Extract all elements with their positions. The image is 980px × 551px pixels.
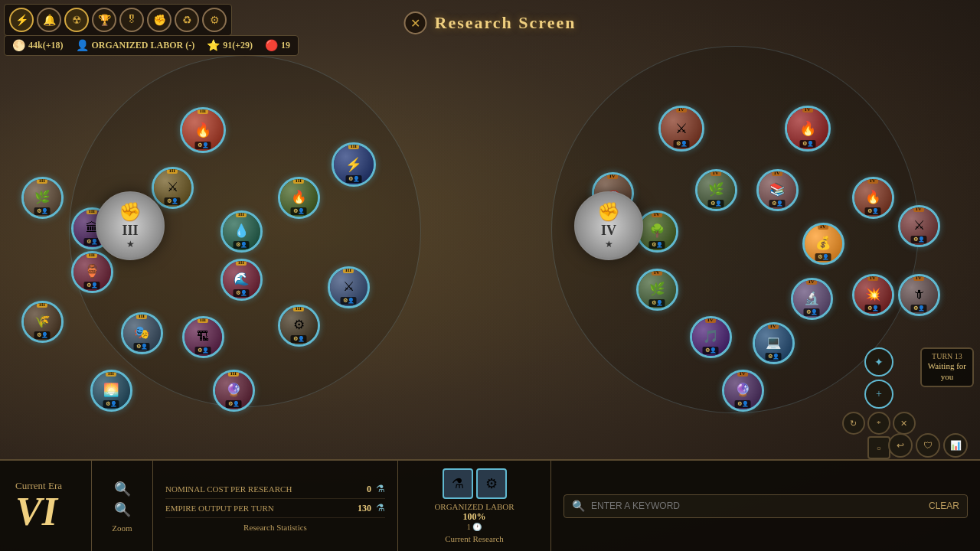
empire-output-label: EMPIRE OUTPUT PER TURN bbox=[165, 504, 358, 513]
nav-trophy-icon[interactable]: 🏆 bbox=[92, 8, 116, 32]
tech-node-t4-15[interactable]: 💻IV⚙👤 bbox=[753, 322, 795, 364]
organized-labor-turns: 1 🕐 bbox=[467, 523, 482, 531]
tech-node-t4-4[interactable]: 🌿IV⚙👤 bbox=[695, 169, 737, 211]
plus-button[interactable]: + bbox=[864, 380, 893, 409]
era-4-center: ✊ IV ★ bbox=[574, 191, 643, 260]
labor-resource: 👤 ORGANIZED LABOR (-) bbox=[76, 39, 195, 52]
tech-node-t3-3[interactable]: ⚡III⚙👤 bbox=[332, 142, 376, 187]
tech-node-t3-2[interactable]: ⚔III⚙👤 bbox=[152, 167, 194, 209]
tech-node-t3-14[interactable]: ⚙III⚙👤 bbox=[278, 305, 320, 347]
research-stats-panel: NOMINAL COST PER RESEARCH 0 ⚗ EMPIRE OUT… bbox=[153, 461, 398, 551]
organized-labor-pct: 100% bbox=[462, 511, 485, 523]
research-item-1[interactable]: ⚗ bbox=[443, 468, 473, 499]
tech-node-t3-4[interactable]: 🌿III⚙👤 bbox=[21, 177, 64, 219]
current-research-panel: ⚗ ⚙ ORGANIZED LABOR 100% 1 🕐 Current Res… bbox=[398, 461, 551, 551]
map-toggle-button[interactable]: ✦ bbox=[864, 347, 893, 377]
bottom-undo-button[interactable]: ↩ bbox=[888, 433, 913, 458]
nav-recycle-icon[interactable]: ♻ bbox=[175, 8, 199, 32]
era-vi-number: VI bbox=[15, 492, 57, 532]
research-item-2[interactable]: ⚙ bbox=[476, 468, 507, 499]
tech-node-t3-1[interactable]: 🔥III⚙👤 bbox=[180, 107, 226, 153]
gold-icon: 🌕 bbox=[12, 39, 25, 52]
star-value: 91(+29) bbox=[223, 40, 253, 51]
star-icon: ⭐ bbox=[207, 39, 220, 52]
tech-node-t4-2[interactable]: 🔥IV⚙👤 bbox=[785, 106, 831, 152]
tech-node-t4-9[interactable]: ⚔IV⚙👤 bbox=[898, 205, 940, 247]
era3-tech-nodes: 🔥III⚙👤⚔III⚙👤⚡III⚙👤🌿III⚙👤🏛III⚙👤🔥III⚙👤💧III… bbox=[0, 73, 490, 459]
bottom-shield-button[interactable]: 🛡 bbox=[916, 433, 940, 458]
science-icon-2: ⚗ bbox=[376, 502, 385, 514]
tech-node-t3-6[interactable]: 🔥III⚙👤 bbox=[278, 177, 320, 219]
empire-output-row: EMPIRE OUTPUT PER TURN 130 ⚗ bbox=[165, 499, 385, 518]
tech-node-t4-8[interactable]: 💰IV⚙👤 bbox=[802, 223, 844, 265]
nav-gear-icon[interactable]: ⚙ bbox=[202, 8, 227, 32]
tech-node-t4-6[interactable]: 🔥IV⚙👤 bbox=[852, 177, 894, 219]
tech-node-t3-9[interactable]: ⚔III⚙👤 bbox=[328, 266, 370, 308]
zoom-in-button[interactable]: 🔍 bbox=[114, 479, 131, 500]
tech-node-t4-1[interactable]: ⚔IV⚙👤 bbox=[658, 106, 704, 152]
tech-node-t4-14[interactable]: 🎵IV⚙👤 bbox=[690, 316, 732, 358]
turn-panel: TURN 13 Waiting foryou bbox=[920, 347, 974, 387]
gold-resource: 🌕 44k(+18) bbox=[12, 39, 64, 52]
gold-value: 44k(+18) bbox=[28, 40, 64, 51]
empire-output-value: 130 bbox=[358, 503, 371, 514]
organized-labor-label: ORGANIZED LABOR bbox=[434, 502, 514, 511]
tech-node-t3-7[interactable]: 💧III⚙👤 bbox=[220, 210, 263, 253]
research-area: ✊ III ★ 🔥III⚙👤⚔III⚙👤⚡III⚙👤🌿III⚙👤🏛III⚙👤🔥I… bbox=[0, 73, 980, 459]
tech-node-t4-11[interactable]: 🔬IV⚙👤 bbox=[791, 278, 833, 320]
clear-button[interactable]: CLEAR bbox=[929, 500, 959, 511]
nav-bell-icon[interactable]: 🔔 bbox=[37, 8, 61, 32]
bottom-chart-button[interactable]: 📊 bbox=[943, 433, 968, 458]
era-3-section: ✊ III ★ 🔥III⚙👤⚔III⚙👤⚡III⚙👤🌿III⚙👤🏛III⚙👤🔥I… bbox=[0, 73, 490, 459]
current-research-info: ORGANIZED LABOR 100% 1 🕐 bbox=[434, 502, 514, 531]
science-icon: ⚗ bbox=[376, 483, 385, 495]
current-era-label: Current Era VI bbox=[0, 461, 92, 551]
nominal-cost-row: NOMINAL COST PER RESEARCH 0 ⚗ bbox=[165, 480, 385, 499]
search-row: 🔍 CLEAR bbox=[564, 494, 968, 518]
tech-node-t3-11[interactable]: 🌾III⚙👤 bbox=[21, 301, 64, 343]
nav-medal-icon[interactable]: 🎖 bbox=[119, 8, 144, 32]
labor-icon: 👤 bbox=[76, 39, 89, 52]
era-3-center: ✊ III ★ bbox=[96, 191, 165, 260]
tech-node-t3-12[interactable]: 🎭III⚙👤 bbox=[121, 312, 163, 354]
nav-fist-icon[interactable]: ✊ bbox=[147, 8, 172, 32]
bottom-right-controls: ✦ + ↻ * ✕ ○ TURN 13 Waiting foryou bbox=[842, 347, 974, 459]
tech-node-t4-12[interactable]: 💥IV⚙👤 bbox=[852, 274, 894, 316]
pip-resource: 🔴 19 bbox=[265, 39, 290, 52]
screen-title: Research Screen bbox=[435, 13, 577, 33]
waiting-label: Waiting foryou bbox=[928, 360, 966, 383]
labor-value: ORGANIZED LABOR (-) bbox=[92, 40, 195, 51]
resources-bar: 🌕 44k(+18) 👤 ORGANIZED LABOR (-) ⭐ 91(+2… bbox=[4, 35, 299, 56]
zoom-section: 🔍 🔍 Zoom bbox=[92, 461, 153, 551]
research-stats-title: Research Statistics bbox=[165, 523, 385, 532]
nav-icons-bar: ⚡ 🔔 ☢ 🏆 🎖 ✊ ♻ ⚙ bbox=[4, 4, 232, 36]
close-button[interactable]: ✕ bbox=[404, 11, 427, 34]
pip-value: 19 bbox=[281, 40, 290, 51]
tech-node-t3-8[interactable]: 🏺III⚙👤 bbox=[71, 251, 113, 293]
x-ctrl-button[interactable]: ✕ bbox=[893, 412, 916, 435]
star-ctrl-button[interactable]: * bbox=[867, 412, 890, 435]
title-bar: ✕ Research Screen bbox=[404, 11, 577, 34]
current-research-title: Current Research bbox=[445, 534, 504, 543]
tech-node-t3-13[interactable]: 🏗III⚙👤 bbox=[182, 316, 224, 358]
tech-node-t4-16[interactable]: 🔮IV⚙👤 bbox=[722, 370, 764, 412]
bottom-bar: Current Era VI 🔍 🔍 Zoom NOMINAL COST PER… bbox=[0, 459, 980, 551]
zoom-out-button[interactable]: 🔍 bbox=[114, 500, 131, 520]
turn-label: TURN 13 bbox=[932, 352, 962, 360]
tech-node-t4-5[interactable]: 📚IV⚙👤 bbox=[756, 169, 799, 211]
pip-icon: 🔴 bbox=[265, 39, 278, 52]
tech-node-t4-10[interactable]: 🌿IV⚙👤 bbox=[636, 269, 678, 311]
tech-node-t3-15[interactable]: 🌅III⚙👤 bbox=[90, 370, 132, 412]
keyword-search-input[interactable] bbox=[591, 500, 923, 511]
tech-node-t4-13[interactable]: 🗡IV⚙👤 bbox=[898, 274, 940, 316]
nav-research-icon[interactable]: ☢ bbox=[64, 8, 89, 32]
keyword-search-section: 🔍 CLEAR bbox=[551, 461, 980, 551]
nominal-cost-label: NOMINAL COST PER RESEARCH bbox=[165, 484, 367, 494]
rotate-button[interactable]: ↻ bbox=[842, 412, 865, 435]
nav-power-icon[interactable]: ⚡ bbox=[9, 8, 34, 32]
tech-node-t3-10[interactable]: 🌊III⚙👤 bbox=[220, 259, 263, 301]
radio-button[interactable]: ○ bbox=[867, 436, 890, 459]
current-research-items: ⚗ ⚙ bbox=[443, 468, 507, 499]
search-icon: 🔍 bbox=[572, 500, 585, 513]
tech-node-t3-16[interactable]: 🔮III⚙👤 bbox=[213, 370, 255, 412]
